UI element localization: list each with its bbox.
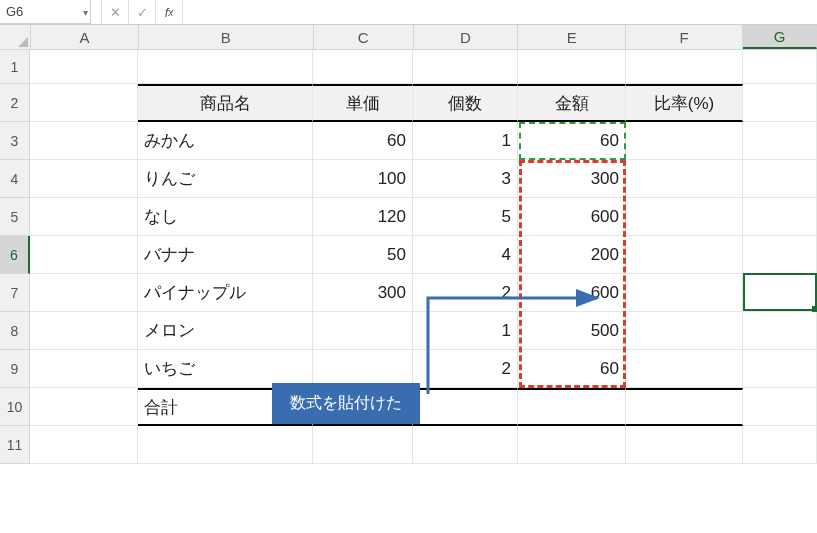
cell-E6[interactable]: 200 [518,236,626,274]
cell-A9[interactable] [30,350,138,388]
col-header-A[interactable]: A [31,25,139,49]
col-header-F[interactable]: F [626,25,743,49]
cell-A5[interactable] [30,198,138,236]
enter-formula-button[interactable]: ✓ [129,0,156,24]
cell-D1[interactable] [413,50,518,84]
name-box-value: G6 [6,4,23,19]
cell-F1[interactable] [626,50,743,84]
cell-D11[interactable] [413,426,518,464]
cell-G7[interactable] [743,274,817,312]
col-header-G[interactable]: G [743,25,817,49]
cell-A10[interactable] [30,388,138,426]
cell-G2[interactable] [743,84,817,122]
cell-D6[interactable]: 4 [413,236,518,274]
cell-D3[interactable]: 1 [413,122,518,160]
cell-G6[interactable] [743,236,817,274]
separator [91,0,102,24]
row-header-4[interactable]: 4 [0,160,30,198]
cell-E5[interactable]: 600 [518,198,626,236]
formula-bar: G6 ▾ ✕ ✓ fx [0,0,817,25]
cell-F5[interactable] [626,198,743,236]
col-header-B[interactable]: B [139,25,314,49]
cell-G3[interactable] [743,122,817,160]
cell-C11[interactable] [313,426,413,464]
cell-C3[interactable]: 60 [313,122,413,160]
cell-G5[interactable] [743,198,817,236]
cell-B1[interactable] [138,50,313,84]
row-header-1[interactable]: 1 [0,50,30,84]
cell-C6[interactable]: 50 [313,236,413,274]
col-header-C[interactable]: C [314,25,414,49]
row-header-10[interactable]: 10 [0,388,30,426]
cell-A11[interactable] [30,426,138,464]
column-header-row: A B C D E F G [0,25,817,50]
row-header-8[interactable]: 8 [0,312,30,350]
cell-F2[interactable]: 比率(%) [626,84,743,122]
formula-input[interactable] [183,0,817,24]
cell-G8[interactable] [743,312,817,350]
cell-F6[interactable] [626,236,743,274]
cell-G10[interactable] [743,388,817,426]
cell-D4[interactable]: 3 [413,160,518,198]
cell-B4[interactable]: りんご [138,160,313,198]
col-header-E[interactable]: E [518,25,626,49]
cell-B3[interactable]: みかん [138,122,313,160]
row-header-6[interactable]: 6 [0,236,30,274]
cell-F4[interactable] [626,160,743,198]
row-header-9[interactable]: 9 [0,350,30,388]
cell-D5[interactable]: 5 [413,198,518,236]
cell-F11[interactable] [626,426,743,464]
select-all-corner[interactable] [0,25,31,49]
cell-E2[interactable]: 金額 [518,84,626,122]
cell-A6[interactable] [30,236,138,274]
cell-C5[interactable]: 120 [313,198,413,236]
cell-A4[interactable] [30,160,138,198]
cell-A8[interactable] [30,312,138,350]
cancel-formula-button[interactable]: ✕ [102,0,129,24]
cell-E4[interactable]: 300 [518,160,626,198]
cell-B2[interactable]: 商品名 [138,84,313,122]
name-box[interactable]: G6 ▾ [0,0,91,24]
cell-C1[interactable] [313,50,413,84]
row-header-2[interactable]: 2 [0,84,30,122]
cell-G4[interactable] [743,160,817,198]
row-header-7[interactable]: 7 [0,274,30,312]
row-header-11[interactable]: 11 [0,426,30,464]
cell-F3[interactable] [626,122,743,160]
cell-G11[interactable] [743,426,817,464]
insert-function-button[interactable]: fx [156,0,183,24]
col-header-D[interactable]: D [414,25,519,49]
cell-A7[interactable] [30,274,138,312]
cell-E11[interactable] [518,426,626,464]
cell-B6[interactable]: バナナ [138,236,313,274]
cell-A2[interactable] [30,84,138,122]
cell-D2[interactable]: 個数 [413,84,518,122]
callout-annotation: 数式を貼付けた [272,383,420,424]
cell-G1[interactable] [743,50,817,84]
cell-B5[interactable]: なし [138,198,313,236]
chevron-down-icon[interactable]: ▾ [83,6,88,17]
cell-A3[interactable] [30,122,138,160]
row-header-5[interactable]: 5 [0,198,30,236]
cell-B8[interactable]: メロン [138,312,313,350]
cell-A1[interactable] [30,50,138,84]
cell-B11[interactable] [138,426,313,464]
spreadsheet-grid[interactable]: A B C D E F G 1 2 商品名 単価 個数 金額 比率(%) 3 み… [0,25,817,464]
cell-E1[interactable] [518,50,626,84]
cell-B7[interactable]: パイナップル [138,274,313,312]
cell-C2[interactable]: 単価 [313,84,413,122]
cell-E3[interactable]: 60 [518,122,626,160]
cell-G9[interactable] [743,350,817,388]
row-header-3[interactable]: 3 [0,122,30,160]
cell-C4[interactable]: 100 [313,160,413,198]
